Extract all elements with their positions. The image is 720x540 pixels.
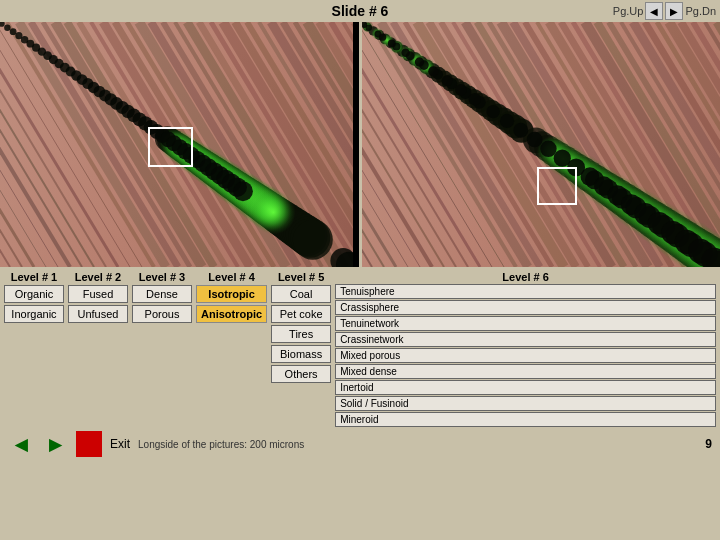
inertoid-button[interactable]: Inertoid: [335, 380, 716, 395]
image-panel-left: [0, 22, 359, 267]
selection-marker-right: [537, 167, 577, 205]
petcoke-button[interactable]: Pet coke: [271, 305, 331, 323]
level-3-header: Level # 3: [132, 271, 192, 283]
nav-controls: Pg.Up ◀ ▶ Pg.Dn: [613, 2, 716, 20]
level-2-col: Level # 2 Fused Unfused: [68, 271, 128, 323]
selection-marker-left: [148, 127, 193, 167]
inorganic-button[interactable]: Inorganic: [4, 305, 64, 323]
fused-button[interactable]: Fused: [68, 285, 128, 303]
dense-button[interactable]: Dense: [132, 285, 192, 303]
pgdn-label: Pg.Dn: [685, 5, 716, 17]
forward-nav-button[interactable]: ▶: [42, 431, 68, 457]
others-button[interactable]: Others: [271, 365, 331, 383]
level-1-header: Level # 1: [4, 271, 64, 283]
level-4-header: Level # 4: [196, 271, 267, 283]
level-5-col: Level # 5 Coal Pet coke Tires Biomass Ot…: [271, 271, 331, 383]
organic-button[interactable]: Organic: [4, 285, 64, 303]
crassinetwork-button[interactable]: Crassinetwork: [335, 332, 716, 347]
isotropic-button[interactable]: Isotropic: [196, 285, 267, 303]
level-2-header: Level # 2: [68, 271, 128, 283]
image-area: [0, 22, 720, 267]
level-3-col: Level # 3 Dense Porous: [132, 271, 192, 323]
level-4-col: Level # 4 Isotropic Anisotropic: [196, 271, 267, 323]
header: Slide # 6 Pg.Up ◀ ▶ Pg.Dn: [0, 0, 720, 22]
level-6-col: Level # 6 Tenuisphere Crassisphere Tenui…: [335, 271, 716, 427]
tires-button[interactable]: Tires: [271, 325, 331, 343]
back-nav-button[interactable]: ◀: [8, 431, 34, 457]
levels-area: Level # 1 Organic Inorganic Level # 2 Fu…: [0, 267, 720, 429]
level-6-header: Level # 6: [335, 271, 716, 283]
exit-color-button[interactable]: [76, 431, 102, 457]
crassisphere-button[interactable]: Crassisphere: [335, 300, 716, 315]
unfused-button[interactable]: Unfused: [68, 305, 128, 323]
coal-button[interactable]: Coal: [271, 285, 331, 303]
bottom-bar: ◀ ▶ Exit Longside of the pictures: 200 m…: [0, 429, 720, 459]
mineroid-button[interactable]: Mineroid: [335, 412, 716, 427]
prev-button[interactable]: ◀: [645, 2, 663, 20]
level-5-header: Level # 5: [271, 271, 331, 283]
slide-title: Slide # 6: [332, 3, 389, 19]
mixedporous-button[interactable]: Mixed porous: [335, 348, 716, 363]
biomass-button[interactable]: Biomass: [271, 345, 331, 363]
porous-button[interactable]: Porous: [132, 305, 192, 323]
next-button[interactable]: ▶: [665, 2, 683, 20]
image-panel-right: [359, 22, 721, 267]
tenuinetwork-button[interactable]: Tenuinetwork: [335, 316, 716, 331]
mixeddense-button[interactable]: Mixed dense: [335, 364, 716, 379]
level-1-col: Level # 1 Organic Inorganic: [4, 271, 64, 323]
solidfusinoid-button[interactable]: Solid / Fusinoid: [335, 396, 716, 411]
page-number: 9: [705, 437, 712, 451]
tenuisphere-button[interactable]: Tenuisphere: [335, 284, 716, 299]
pgup-label: Pg.Up: [613, 5, 644, 17]
anisotropic-button[interactable]: Anisotropic: [196, 305, 267, 323]
exit-label[interactable]: Exit: [110, 437, 130, 451]
caption-text: Longside of the pictures: 200 microns: [138, 439, 697, 450]
